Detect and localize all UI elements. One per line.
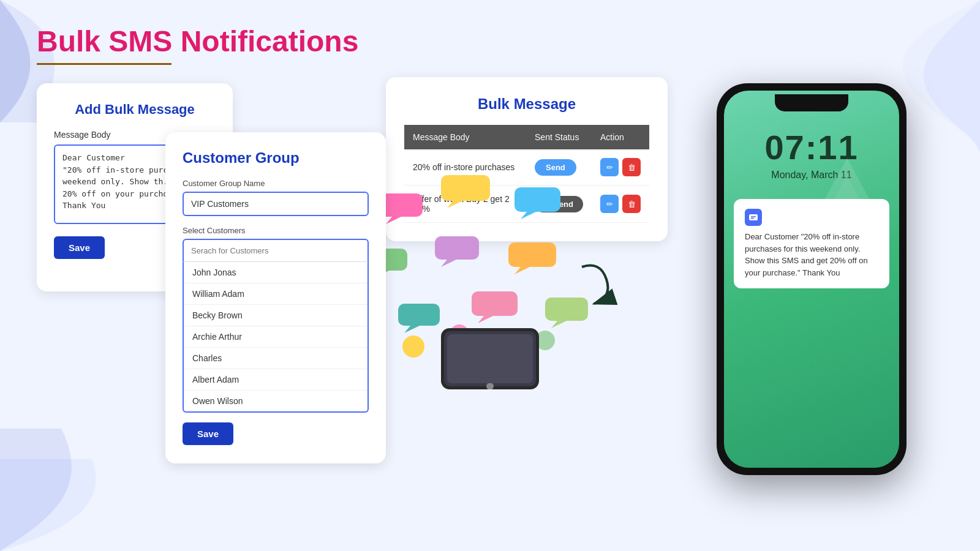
customer-group-heading: Customer Group [183, 149, 369, 167]
table-header: Message Body Sent Status Action [404, 125, 649, 149]
svg-rect-0 [380, 193, 423, 217]
customer-list: John Jonas William Adam Becky Brown Arch… [183, 261, 369, 413]
add-bulk-heading: Add Bulk Message [54, 102, 216, 118]
customer-item-5[interactable]: Charles [184, 348, 368, 369]
svg-marker-13 [404, 326, 420, 333]
svg-point-18 [402, 335, 424, 358]
col-sent-status: Sent Status [526, 125, 592, 149]
phone-mockup-container: 07:11 Monday, March 11 Dear Customer "20… [717, 71, 907, 475]
col-action: Action [592, 125, 649, 149]
svg-rect-10 [508, 242, 556, 267]
svg-marker-3 [447, 201, 462, 208]
add-bulk-save-button[interactable]: Save [54, 236, 105, 259]
svg-marker-1 [386, 217, 401, 224]
customer-item-4[interactable]: Archie Arthur [184, 326, 368, 348]
group-name-input[interactable] [183, 192, 369, 216]
svg-rect-8 [435, 236, 479, 260]
main-row: Add Bulk Message Message Body Dear Custo… [37, 83, 943, 291]
svg-rect-33 [749, 214, 758, 220]
svg-marker-17 [551, 321, 567, 328]
customer-search-input[interactable] [183, 239, 369, 261]
svg-rect-14 [472, 291, 518, 316]
page-title: Bulk SMS Notifications [37, 24, 943, 58]
col-message-body: Message Body [404, 125, 526, 149]
sms-app-icon [745, 209, 762, 226]
svg-marker-15 [478, 316, 493, 323]
svg-marker-11 [514, 267, 530, 274]
svg-rect-4 [514, 187, 560, 212]
sms-notification-bubble: Dear Customer "20% off in-store purchase… [734, 199, 889, 288]
chat-bubbles-area: 😊 😊 😍 😄 [361, 157, 619, 389]
svg-marker-9 [441, 260, 456, 267]
svg-marker-5 [521, 212, 536, 219]
customer-item-6[interactable]: Albert Adam [184, 369, 368, 391]
customer-group-save-button[interactable]: Save [183, 422, 233, 445]
title-underline [37, 63, 172, 65]
delete-button-row2[interactable]: 🗑 [622, 195, 641, 213]
svg-rect-16 [545, 298, 588, 321]
phone-notch [775, 94, 848, 111]
group-name-label: Customer Group Name [183, 179, 369, 188]
chat-bubbles-svg: 😊 😊 😍 😄 [361, 157, 619, 389]
customer-item-1[interactable]: John Jonas [184, 262, 368, 283]
bulk-message-heading: Bulk Message [404, 96, 649, 113]
svg-rect-2 [441, 175, 490, 201]
customer-group-card: Customer Group Customer Group Name Selec… [165, 132, 386, 463]
sms-text: Dear Customer "20% off in-store purchase… [745, 231, 878, 279]
customer-item-2[interactable]: William Adam [184, 283, 368, 305]
svg-rect-26 [447, 334, 533, 383]
svg-rect-12 [398, 304, 440, 326]
customer-item-7[interactable]: Owen Wilson [184, 391, 368, 411]
message-icon [748, 212, 758, 222]
select-customers-label: Select Customers [183, 226, 369, 235]
phone-screen: 07:11 Monday, March 11 Dear Customer "20… [724, 91, 899, 468]
delete-button-row1[interactable]: 🗑 [622, 158, 641, 176]
phone-mockup: 07:11 Monday, March 11 Dear Customer "20… [717, 83, 907, 475]
customer-item-3[interactable]: Becky Brown [184, 305, 368, 326]
